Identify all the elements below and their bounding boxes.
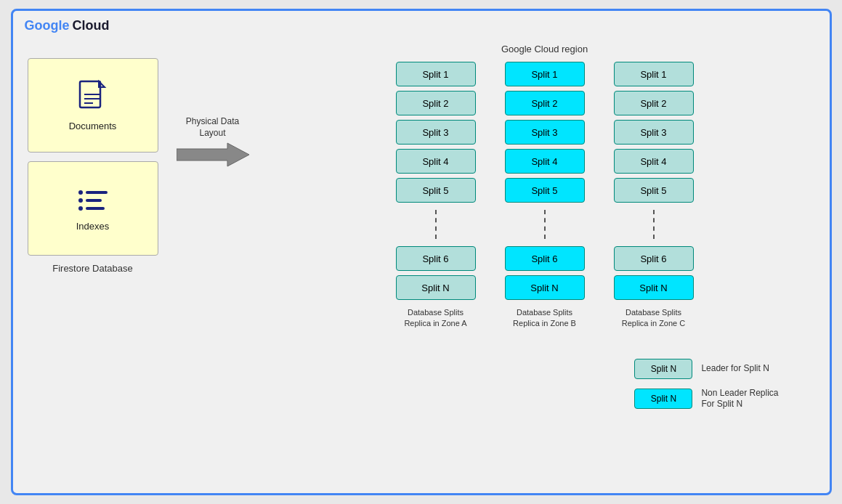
- zone-label: Database SplitsReplica in Zone C: [622, 307, 685, 330]
- documents-label: Documents: [69, 121, 117, 131]
- split-box-6: Split 6: [614, 246, 694, 271]
- split-box-1: Split 1: [614, 62, 694, 86]
- legend-item-1: Split NLeader for Split N: [634, 359, 778, 379]
- legend-box-2: Split N: [634, 389, 692, 409]
- arrow-label: Physical DataLayout: [186, 116, 239, 139]
- zone-column-3: Split 1Split 2Split 3Split 4Split 5Split…: [607, 62, 701, 330]
- zone-column-1: Split 1Split 2Split 3Split 4Split 5Split…: [389, 62, 483, 330]
- region-label: Google Cloud region: [501, 44, 588, 54]
- legend-text-1: Leader for Split N: [701, 363, 769, 375]
- split-box-5: Split 5: [505, 178, 585, 203]
- arrow-section: Physical DataLayout: [166, 116, 260, 168]
- indexes-label: Indexes: [76, 221, 110, 232]
- firestore-label: Firestore Database: [52, 263, 133, 274]
- dashed-separator: [435, 210, 437, 239]
- legend-text-2: Non Leader ReplicaFor Split N: [701, 388, 778, 410]
- left-panel: Documents: [20, 58, 166, 274]
- db-boxes: Documents: [28, 58, 158, 256]
- dashed-separator: [544, 210, 546, 239]
- split-box-5: Split 5: [396, 178, 476, 203]
- indexes-icon: [78, 186, 108, 215]
- google-label: Google: [25, 18, 70, 33]
- split-box-7: Split N: [396, 275, 476, 300]
- split-box-1: Split 1: [505, 62, 585, 86]
- split-box-7: Split N: [505, 275, 585, 300]
- split-box-4: Split 4: [505, 149, 585, 174]
- main-frame: Google Cloud: [11, 9, 832, 495]
- split-box-3: Split 3: [614, 120, 694, 145]
- arrow-icon: [177, 142, 249, 168]
- right-panel: Google Cloud region Split 1Split 2Split …: [260, 44, 822, 410]
- split-box-3: Split 3: [505, 120, 585, 145]
- documents-box: Documents: [28, 58, 158, 153]
- legend-section: Split NLeader for Split NSplit NNon Lead…: [267, 337, 822, 410]
- google-cloud-header: Google Cloud: [25, 18, 110, 33]
- split-box-2: Split 2: [505, 91, 585, 115]
- split-box-2: Split 2: [614, 91, 694, 115]
- svg-marker-4: [177, 143, 249, 166]
- split-box-5: Split 5: [614, 178, 694, 203]
- split-box-7: Split N: [614, 275, 694, 300]
- zone-label: Database SplitsReplica in Zone A: [404, 307, 466, 330]
- split-box-6: Split 6: [505, 246, 585, 271]
- split-box-6: Split 6: [396, 246, 476, 271]
- legend-item-2: Split NNon Leader ReplicaFor Split N: [634, 388, 778, 410]
- indexes-box: Indexes: [28, 161, 158, 256]
- cloud-label: Cloud: [73, 18, 110, 33]
- main-content: Documents: [20, 18, 822, 486]
- legend-box-1: Split N: [634, 359, 692, 379]
- split-box-4: Split 4: [614, 149, 694, 174]
- split-box-1: Split 1: [396, 62, 476, 86]
- dashed-separator: [653, 210, 655, 239]
- split-box-4: Split 4: [396, 149, 476, 174]
- document-icon: [78, 80, 108, 115]
- split-box-2: Split 2: [396, 91, 476, 115]
- split-box-3: Split 3: [396, 120, 476, 145]
- zone-column-2: Split 1Split 2Split 3Split 4Split 5Split…: [498, 62, 592, 330]
- zone-label: Database SplitsReplica in Zone B: [513, 307, 576, 330]
